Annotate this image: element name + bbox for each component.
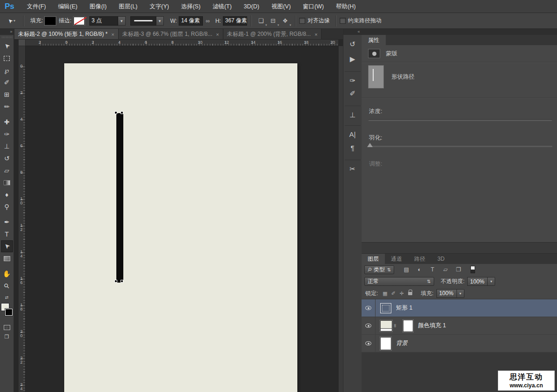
- constrain-path-checkbox[interactable]: [340, 18, 346, 24]
- path-alignment-button[interactable]: ⊟: [267, 15, 279, 27]
- shape-width-input[interactable]: 14 像素: [179, 16, 203, 26]
- type-tool[interactable]: T: [1, 228, 13, 240]
- menu-item[interactable]: 文件(F): [21, 0, 52, 13]
- stroke-width-dropdown[interactable]: ▾: [118, 16, 126, 26]
- brush-tool[interactable]: ✑: [1, 128, 13, 140]
- anchor-handle-top-right[interactable]: [121, 111, 123, 114]
- document-tab[interactable]: 未标题-2 @ 100% (矩形 1, RGB/8) * ×: [14, 29, 119, 40]
- ruler-corner[interactable]: [19, 40, 26, 46]
- link-mask-icon[interactable]: ∞: [393, 324, 398, 327]
- close-icon[interactable]: ×: [315, 32, 317, 37]
- filter-adjustment-layers-icon[interactable]: ◐: [414, 265, 425, 274]
- fill-input[interactable]: 100%: [436, 289, 457, 298]
- brush-presets-panel-icon[interactable]: ✐: [345, 86, 361, 101]
- current-tool-icon[interactable]: ➤ ▾: [4, 18, 20, 24]
- close-icon[interactable]: ×: [111, 32, 114, 37]
- quick-mask-button[interactable]: ◌: [1, 323, 13, 332]
- menu-item[interactable]: 3D(D): [238, 0, 265, 13]
- lock-transparency-icon[interactable]: ▦: [381, 290, 389, 297]
- fill-layer-thumbnail[interactable]: [380, 320, 392, 331]
- fill-color-swatch[interactable]: [45, 17, 56, 25]
- anchor-handle-top-left[interactable]: [114, 111, 117, 114]
- background-layer-thumbnail[interactable]: [380, 337, 391, 350]
- menu-item[interactable]: 图层(L): [113, 0, 143, 13]
- anchor-handle-bottom-left[interactable]: [114, 280, 117, 283]
- layer-mask-thumbnail[interactable]: [403, 320, 413, 332]
- visibility-cell[interactable]: [362, 317, 376, 334]
- layer-name[interactable]: 颜色填充 1: [418, 322, 446, 330]
- tool-presets-panel-icon[interactable]: ✂: [345, 160, 361, 175]
- menu-item[interactable]: 滤镜(T): [207, 0, 238, 13]
- layers-panel-tab[interactable]: 通道: [385, 254, 408, 264]
- actions-panel-icon[interactable]: ▶: [345, 52, 361, 67]
- filter-type-dropdown[interactable]: ⚲ 类型 ⇅: [364, 265, 394, 274]
- vertical-ruler[interactable]: 024681012141618202224: [19, 46, 26, 392]
- vertical-scrollbar[interactable]: [338, 46, 343, 392]
- tab-properties[interactable]: 属性: [362, 35, 386, 45]
- menu-item[interactable]: 选择(S): [175, 0, 207, 13]
- density-slider[interactable]: [368, 119, 552, 121]
- hand-tool[interactable]: ✋: [1, 268, 13, 280]
- dock-collapse-button[interactable]: «: [343, 29, 362, 35]
- eyedropper-tool[interactable]: ✏: [1, 101, 13, 113]
- crop-tool[interactable]: ⊞: [1, 88, 13, 101]
- screen-mode-button[interactable]: ❐: [1, 332, 13, 341]
- layer-row-rectangle-1[interactable]: 矩形 1: [362, 299, 557, 317]
- anchor-handle-bottom-right[interactable]: [121, 280, 123, 283]
- history-brush-tool[interactable]: ↺: [1, 152, 13, 164]
- shape-height-input[interactable]: 367 像素: [223, 16, 247, 26]
- blend-mode-select[interactable]: 正常 ⇅: [364, 277, 434, 286]
- path-operations-button[interactable]: ❏: [255, 15, 267, 27]
- eraser-tool[interactable]: ▱: [1, 164, 13, 176]
- swap-colors-icon[interactable]: ⇄: [5, 295, 9, 300]
- menu-item[interactable]: 图像(I): [83, 0, 113, 13]
- canvas-viewport[interactable]: [26, 46, 338, 392]
- horizontal-ruler[interactable]: 202468101214161820: [26, 40, 338, 46]
- brush-panel-icon[interactable]: ✑: [345, 71, 361, 86]
- feather-slider-thumb[interactable]: [367, 143, 373, 147]
- visibility-cell[interactable]: [362, 299, 376, 317]
- menu-item[interactable]: 文字(Y): [144, 0, 175, 13]
- shape-rectangle[interactable]: [116, 113, 123, 283]
- document-canvas[interactable]: [64, 63, 297, 392]
- lasso-tool[interactable]: ℘: [1, 64, 13, 76]
- lock-all-icon[interactable]: [406, 290, 414, 297]
- layers-panel-tab[interactable]: 3D: [431, 254, 450, 264]
- shape-path-thumbnail[interactable]: [368, 65, 384, 88]
- fill-dropdown[interactable]: ▾: [457, 289, 464, 298]
- lock-position-icon[interactable]: ✛: [397, 290, 406, 297]
- stroke-color-swatch[interactable]: [74, 17, 85, 25]
- rectangular-marquee-tool[interactable]: [1, 52, 13, 64]
- stroke-width-field[interactable]: 3 点: [89, 16, 118, 26]
- layer-name[interactable]: 背景: [396, 339, 408, 347]
- background-color-swatch[interactable]: [5, 309, 13, 316]
- dodge-tool[interactable]: ⚲: [1, 201, 13, 213]
- shape-layer-thumbnail[interactable]: [380, 303, 391, 313]
- opacity-input[interactable]: 100%: [467, 277, 488, 286]
- character-panel-icon[interactable]: A|: [345, 125, 361, 140]
- layers-panel-tab[interactable]: 路径: [408, 254, 431, 264]
- zoom-tool[interactable]: ⚲: [1, 280, 13, 292]
- filter-toggle-icon[interactable]: [470, 266, 475, 273]
- menu-item[interactable]: 帮助(H): [330, 0, 362, 13]
- history-panel-icon[interactable]: ↺: [345, 37, 361, 52]
- filter-type-layers-icon[interactable]: T: [427, 265, 438, 274]
- menu-item[interactable]: 视图(V): [265, 0, 297, 13]
- clone-source-panel-icon[interactable]: ⊥: [345, 106, 361, 121]
- direct-selection-tool[interactable]: ➤: [1, 240, 13, 252]
- filter-shape-layers-icon[interactable]: ▱: [440, 265, 451, 274]
- clone-stamp-tool[interactable]: ⊥: [1, 140, 13, 152]
- lock-pixels-icon[interactable]: ✐: [389, 290, 397, 297]
- layer-row-background[interactable]: 背景: [362, 335, 557, 352]
- layer-name[interactable]: 矩形 1: [396, 304, 412, 312]
- tools-panel-grip[interactable]: [2, 36, 12, 38]
- feather-slider[interactable]: [368, 146, 552, 147]
- close-icon[interactable]: ×: [216, 32, 219, 37]
- spot-healing-brush-tool[interactable]: ✚: [1, 116, 13, 128]
- visibility-cell[interactable]: [362, 335, 376, 352]
- document-tab[interactable]: 未标题-3 @ 66.7% (图层 1, RGB/8... ×: [119, 29, 223, 40]
- filter-pixel-layers-icon[interactable]: ▤: [401, 265, 412, 274]
- stroke-style-preview[interactable]: [130, 16, 156, 26]
- quick-selection-tool[interactable]: ✐: [1, 76, 13, 88]
- menu-item[interactable]: 编辑(E): [52, 0, 84, 13]
